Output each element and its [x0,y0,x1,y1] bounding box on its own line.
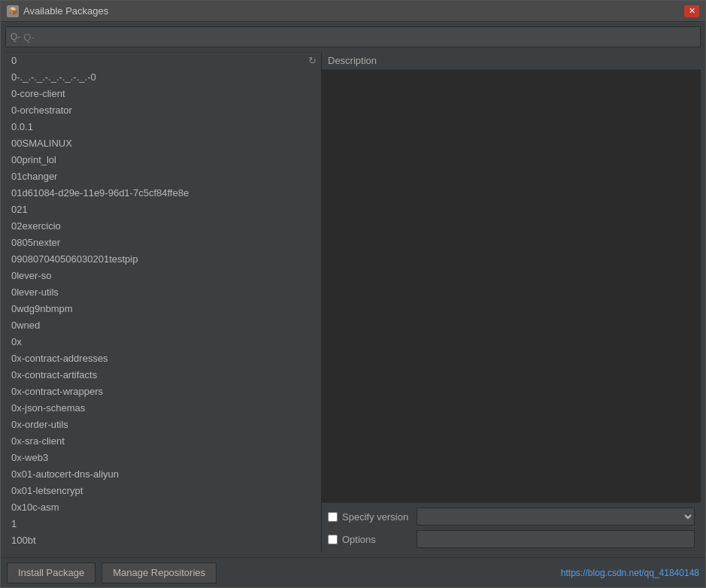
list-item[interactable]: 0x-sra-client [5,433,321,450]
main-split: ↻ 00-._.-._.-._.-._.-._.-00-core-client0… [5,52,701,553]
package-list[interactable]: 00-._.-._.-._.-._.-._.-00-core-client0-o… [5,53,321,553]
version-row: Specify version [328,508,695,526]
list-item[interactable]: 0x10c-asm [5,499,321,516]
search-icon: Q- [11,32,20,42]
list-item[interactable]: 0-._.-._.-._.-._.-._.-0 [5,69,321,86]
list-item[interactable]: 0lever-utils [5,284,321,301]
options-checkbox[interactable] [328,535,338,544]
refresh-button[interactable]: ↻ [303,52,321,68]
options-label[interactable]: Options [328,534,411,545]
list-item[interactable]: 0x [5,334,321,350]
list-item[interactable]: 0 [5,53,321,69]
footer-link[interactable]: https://blog.csdn.net/qq_41840148 [561,568,699,578]
list-item[interactable]: 0x-order-utils [5,417,321,433]
list-item[interactable]: 0x-web3 [5,450,321,466]
list-header-row: ↻ [5,52,321,53]
list-item[interactable]: 00print_lol [5,152,321,168]
search-bar: Q- [5,26,701,47]
list-item[interactable]: 00SMALINUX [5,135,321,152]
specify-version-label[interactable]: Specify version [328,511,411,523]
list-item[interactable]: 0wned [5,317,321,334]
specify-version-text: Specify version [342,511,408,523]
list-item[interactable]: 02exercicio [5,218,321,235]
list-item[interactable]: 0-orchestrator [5,102,321,119]
list-item[interactable]: 0x-json-schemas [5,400,321,417]
list-item[interactable]: 0x01-letsencrypt [5,483,321,499]
list-item[interactable]: 100bt [5,532,321,549]
list-item[interactable]: 0x01-autocert-dns-aliyun [5,466,321,483]
description-header: Description [322,52,701,70]
content-area: Q- ↻ 00-._.-._.-._.-._.-._.-00-core-clie… [1,22,705,557]
list-item[interactable]: 0x-contract-artifacts [5,367,321,383]
list-item[interactable]: 0-core-client [5,86,321,102]
description-body [322,70,701,502]
list-item[interactable]: 0.0.1 [5,119,321,135]
specify-version-checkbox[interactable] [328,512,338,522]
install-button[interactable]: Install Package [7,562,95,583]
main-window: 📦 Available Packages ✕ Q- ↻ 00-._.-._.-.… [0,0,706,588]
window-title: Available Packages [23,5,108,17]
right-panel: Description Specify version [321,52,701,553]
options-input[interactable] [417,530,695,548]
list-item[interactable]: 1 [5,516,321,532]
bottom-buttons: Install Package Manage Repositories [7,562,217,583]
list-item[interactable]: 0wdg9nbmpm [5,301,321,317]
bottom-bar: Install Package Manage Repositories http… [1,557,705,587]
version-options-area: Specify version Options [322,502,701,553]
package-list-container: ↻ 00-._.-._.-._.-._.-._.-00-core-client0… [5,52,321,553]
title-bar-controls: ✕ [684,5,699,17]
list-item[interactable]: 0805nexter [5,235,321,251]
list-item[interactable]: 090807040506030201testpip [5,251,321,268]
window-icon: 📦 [7,5,19,17]
list-item[interactable]: 021 [5,202,321,218]
manage-repositories-button[interactable]: Manage Repositories [102,562,217,583]
title-bar: 📦 Available Packages ✕ [1,1,705,22]
version-select[interactable] [417,508,695,526]
search-input[interactable] [23,32,695,43]
close-button[interactable]: ✕ [684,5,699,17]
list-item[interactable]: 0x-contract-wrappers [5,383,321,400]
options-row: Options [328,530,695,548]
title-bar-left: 📦 Available Packages [7,5,108,17]
list-item[interactable]: 0x-contract-addresses [5,350,321,367]
list-item[interactable]: 01d61084-d29e-11e9-96d1-7c5cf84ffe8e [5,185,321,202]
list-item[interactable]: 01changer [5,168,321,185]
list-item[interactable]: 0lever-so [5,268,321,284]
options-text: Options [342,534,376,545]
